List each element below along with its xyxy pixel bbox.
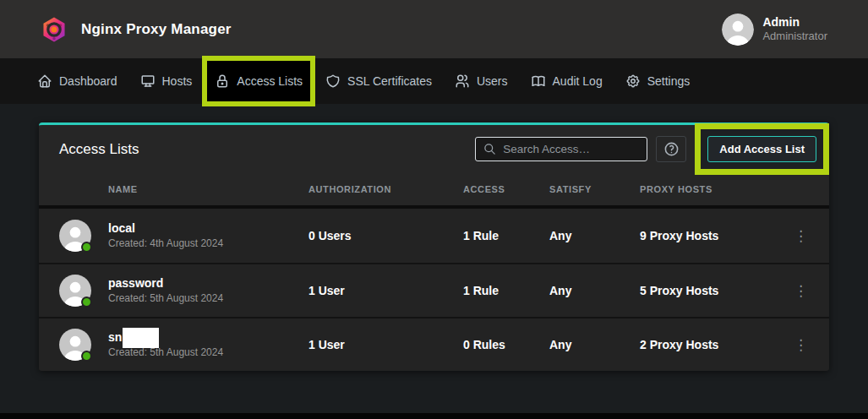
add-access-list-button[interactable]: Add Access List <box>707 136 816 162</box>
access-list-created: Created: 5th August 2024 <box>108 346 308 360</box>
access-list-created: Created: 5th August 2024 <box>108 292 308 306</box>
status-online-dot <box>81 242 92 253</box>
access-cell: 1 Rule <box>463 284 549 297</box>
redaction-box <box>123 328 159 348</box>
table-row[interactable]: sn Created: 5th August 2024 1 User 0 Rul… <box>39 317 829 371</box>
row-menu-kebab-icon[interactable]: ⋮ <box>787 335 815 356</box>
user-avatar <box>722 14 754 46</box>
table-row[interactable]: local Created: 4th August 2024 0 Users 1… <box>39 209 829 263</box>
shield-icon <box>325 73 341 89</box>
app-header: Nginx Proxy Manager Admin Administrator <box>0 0 868 58</box>
panel-header: Access Lists Add Access List <box>39 125 829 173</box>
status-online-dot <box>81 297 92 307</box>
nav-label: Settings <box>647 74 691 88</box>
nav-label: Audit Log <box>553 74 603 88</box>
column-header-proxy-hosts: PROXY HOSTS <box>640 184 783 194</box>
highlight-box-add-access-list: Add Access List <box>695 123 829 175</box>
nav-item-hosts[interactable]: Hosts <box>140 73 193 89</box>
nav-item-dashboard[interactable]: Dashboard <box>37 73 117 89</box>
authorization-cell: 1 User <box>308 338 463 351</box>
search-icon <box>483 143 496 155</box>
column-header-satisfy: SATISFY <box>549 184 640 194</box>
panel-title: Access Lists <box>59 141 139 158</box>
access-list-name: password <box>108 275 308 291</box>
search-box <box>475 137 647 161</box>
nav-item-access-lists[interactable]: Access Lists <box>215 73 303 89</box>
row-avatar <box>59 329 91 361</box>
access-lists-panel: Access Lists Add Access List NAME AUTHOR… <box>39 122 829 371</box>
lock-icon <box>215 73 230 89</box>
nav-item-settings[interactable]: Settings <box>625 73 691 89</box>
nav-item-users[interactable]: Users <box>455 73 508 89</box>
row-avatar <box>59 220 91 252</box>
access-list-name: sn <box>108 329 122 345</box>
access-cell: 0 Rules <box>463 338 549 351</box>
bottom-edge-strip <box>0 413 868 419</box>
book-icon <box>531 73 546 89</box>
row-avatar <box>59 275 91 307</box>
table-header-row: NAME AUTHORIZATION ACCESS SATISFY PROXY … <box>39 173 829 205</box>
nav-label: Users <box>477 74 508 88</box>
main-nav: Dashboard Hosts Access Lists SSL Certifi… <box>0 58 868 104</box>
status-online-dot <box>81 351 92 362</box>
search-input[interactable] <box>503 143 639 155</box>
nav-label: SSL Certificates <box>347 74 432 88</box>
column-header-name: NAME <box>108 184 308 194</box>
user-role: Administrator <box>762 30 827 43</box>
row-menu-kebab-icon[interactable]: ⋮ <box>787 226 815 247</box>
column-header-authorization: AUTHORIZATION <box>308 184 463 194</box>
proxy-hosts-cell: 5 Proxy Hosts <box>640 284 783 297</box>
gear-icon <box>625 73 641 89</box>
help-button[interactable] <box>656 136 686 162</box>
highlight-box-access-lists: Access Lists <box>202 56 315 106</box>
npm-logo-icon <box>41 16 68 43</box>
nav-item-audit-log[interactable]: Audit Log <box>531 73 603 89</box>
nav-item-ssl-certificates[interactable]: SSL Certificates <box>325 73 432 89</box>
authorization-cell: 0 Users <box>308 229 463 242</box>
authorization-cell: 1 User <box>308 284 463 297</box>
row-menu-kebab-icon[interactable]: ⋮ <box>787 280 815 302</box>
nav-label: Dashboard <box>59 74 117 88</box>
satisfy-cell: Any <box>549 229 640 242</box>
access-list-name: local <box>108 220 308 236</box>
app-title: Nginx Proxy Manager <box>81 21 232 38</box>
main-content: Access Lists Add Access List NAME AUTHOR… <box>0 104 868 419</box>
users-icon <box>455 73 470 89</box>
nav-label: Hosts <box>162 74 193 88</box>
user-menu[interactable]: Admin Administrator <box>722 14 827 46</box>
satisfy-cell: Any <box>549 284 640 297</box>
nav-label: Access Lists <box>237 74 303 88</box>
table-row[interactable]: password Created: 5th August 2024 1 User… <box>39 263 829 317</box>
help-icon <box>663 141 680 157</box>
proxy-hosts-cell: 9 Proxy Hosts <box>640 229 783 242</box>
access-list-created: Created: 4th August 2024 <box>108 237 308 251</box>
home-icon <box>37 73 52 89</box>
column-header-access: ACCESS <box>463 184 549 194</box>
monitor-icon <box>140 73 156 89</box>
access-cell: 1 Rule <box>463 229 549 242</box>
proxy-hosts-cell: 2 Proxy Hosts <box>640 338 783 351</box>
satisfy-cell: Any <box>549 338 640 351</box>
user-name: Admin <box>762 15 827 30</box>
